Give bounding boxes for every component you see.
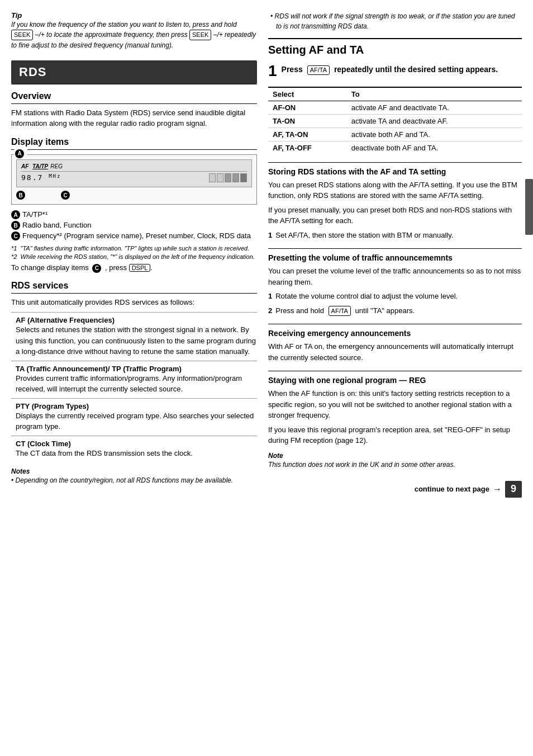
dspl-note: To change display items C , press DSPL. xyxy=(11,263,257,273)
storing-rds-body2: If you preset manually, you can preset b… xyxy=(268,205,522,226)
row0-select: AF-ON xyxy=(268,101,347,114)
footnote-1: *1 "TA" flashes during traffic informati… xyxy=(11,245,257,252)
pty-bold: PTY xyxy=(16,402,30,410)
table-row: AF, TA-OFF deactivate both AF and TA. xyxy=(268,141,522,154)
service-ta-body: Provides current traffic information/pro… xyxy=(16,373,257,395)
storing-step1-num: 1 xyxy=(268,230,272,241)
diagram-top-text: AF xyxy=(21,163,30,169)
tip-text-2: –/+ to locate the approximate frequency,… xyxy=(35,31,188,39)
ta-bold: TA xyxy=(16,365,25,373)
page-number: 9 xyxy=(511,483,516,495)
service-af-body: Selects and retunes the station with the… xyxy=(16,324,257,357)
row2-select: AF, TA-ON xyxy=(268,127,347,141)
table-row: AF, TA-ON activate both AF and TA. xyxy=(268,127,522,141)
setting-af-ta-section: Setting AF and TA 1 Press AF/TA repeated… xyxy=(268,38,522,154)
preset-step2: 2 Press and hold AF/TA until "TA" appear… xyxy=(268,305,522,316)
service-ta: TA (Traffic Announcement)/ TP (Traffic P… xyxy=(11,361,257,398)
rds-title: RDS xyxy=(19,65,46,79)
af-ta-table: Select To AF-ON activate AF and deactiva… xyxy=(268,87,522,154)
receiving-emergency-body: With AF or TA on, the emergency announce… xyxy=(268,341,522,363)
preset-step1-num: 1 xyxy=(268,291,272,302)
preset-step2-rest: until "TA" appears. xyxy=(355,306,415,315)
table-col-to: To xyxy=(347,87,522,101)
display-items-list: A TA/TP*¹ B Radio band, Function C Frequ… xyxy=(11,210,257,240)
staying-note-label: Note xyxy=(268,452,522,460)
row0-to: activate AF and deactivate TA. xyxy=(347,101,522,114)
display-items-section: Display items A AF TA/TP REG 98.7 MHz xyxy=(11,137,257,273)
service-ct-body: The CT data from the RDS transmission se… xyxy=(16,448,257,459)
staying-note-text: This function does not work in the UK an… xyxy=(268,460,522,470)
bullet-note-0: • RDS will not work if the signal streng… xyxy=(268,11,522,31)
arrow-right-icon: → xyxy=(493,484,502,494)
step1-area: 1 Press AF/TA repeatedly until the desir… xyxy=(268,62,522,81)
rds-services-section: RDS services This unit automatically pro… xyxy=(11,281,257,486)
preset-step2-num: 2 xyxy=(268,305,272,316)
notes-text-0: Depending on the country/region, not all… xyxy=(16,476,234,484)
tp-rest: (Traffic Program) xyxy=(123,365,182,373)
bullet-note-text-0: RDS will not work if the signal strength… xyxy=(275,12,515,30)
af-rest: (Alternative Frequencies) xyxy=(27,316,115,324)
dspl-button: DSPL xyxy=(129,264,151,272)
display-item-c: C Frequency*² (Program service name), Pr… xyxy=(11,231,257,240)
storing-step1-text: Set AF/TA, then store the station with B… xyxy=(275,230,453,241)
step1-rest: repeatedly until the desired setting app… xyxy=(334,65,498,74)
page-container: Tip If you know the frequency of the sta… xyxy=(11,11,522,498)
storing-rds-heading: Storing RDS stations with the AF and TA … xyxy=(268,162,522,176)
row2-to: activate both AF and TA. xyxy=(347,127,522,141)
service-af-title: AF (Alternative Frequencies) xyxy=(16,316,257,324)
display-item-c-text: Frequency*² (Program service name), Pres… xyxy=(22,231,251,240)
continue-text: continue to next page xyxy=(415,485,489,493)
service-af: AF (Alternative Frequencies) Selects and… xyxy=(11,312,257,361)
display-items-heading: Display items xyxy=(11,137,257,150)
dspl-note-text: To change display items xyxy=(11,263,89,272)
table-col-select: Select xyxy=(268,87,347,101)
service-pty-title: PTY (Program Types) xyxy=(16,402,257,410)
rds-services-heading: RDS services xyxy=(11,281,257,294)
display-item-b: B Radio band, Function xyxy=(11,221,257,230)
circle-a: A xyxy=(15,149,24,158)
afta-button-step1: AF/TA xyxy=(307,65,330,75)
notes-item-0: • Depending on the country/region, not a… xyxy=(11,475,257,485)
display-item-b-text: Radio band, Function xyxy=(22,221,92,229)
circle-b: B xyxy=(16,191,25,200)
overview-body: FM stations with Radio Data System (RDS)… xyxy=(11,107,257,129)
bullet-notes-area: • RDS will not work if the signal streng… xyxy=(268,11,522,31)
seek-button-2: SEEK xyxy=(189,30,211,40)
circle-label-b-item: B xyxy=(11,221,20,230)
service-ta-title: TA (Traffic Announcement)/ TP (Traffic P… xyxy=(16,365,257,373)
display-item-a: A TA/TP*¹ xyxy=(11,210,257,219)
receiving-emergency-section: Receiving emergency announcements With A… xyxy=(268,324,522,363)
tip-label: Tip xyxy=(11,11,257,20)
overview-heading: Overview xyxy=(11,91,257,104)
fn1-num: *1 xyxy=(11,245,18,252)
setting-af-ta-heading: Setting AF and TA xyxy=(268,38,522,56)
sidebar-decoration xyxy=(525,179,533,235)
tip-text: If you know the frequency of the station… xyxy=(11,20,257,50)
service-ct: CT (Clock Time) The CT data from the RDS… xyxy=(11,436,257,462)
tip-text-1: If you know the frequency of the station… xyxy=(11,21,237,29)
tp-bold: TP xyxy=(112,365,121,373)
staying-regional-body1: When the AF function is on: this unit's … xyxy=(268,388,522,421)
presetting-volume-heading: Presetting the volume of traffic announc… xyxy=(268,248,522,262)
staying-regional-body2: If you leave this regional program's rec… xyxy=(268,424,522,446)
page-number-area: continue to next page → 9 xyxy=(268,481,522,498)
circle-c-inline: C xyxy=(92,264,101,273)
dspl-note-press: , press xyxy=(105,263,129,272)
fn1-text: "TA" flashes during traffic information.… xyxy=(21,245,250,252)
rds-title-box: RDS xyxy=(11,60,257,84)
footnote-2: *2 While receiving the RDS station, "*" … xyxy=(11,253,257,260)
diagram-freq: 98.7 MHz xyxy=(21,173,61,182)
step1-text: Press AF/TA repeatedly until the desired… xyxy=(282,62,498,75)
ct-bold: CT xyxy=(16,440,25,448)
circle-label-a-item: A xyxy=(11,210,20,219)
ct-rest: (Clock Time) xyxy=(27,440,71,448)
diagram-inner: AF TA/TP REG 98.7 MHz xyxy=(16,159,252,187)
step1-number: 1 xyxy=(268,62,277,80)
preset-step1: 1 Rotate the volume control dial to adju… xyxy=(268,291,522,302)
service-ct-title: CT (Clock Time) xyxy=(16,440,257,448)
staying-regional-section: Staying with one regional program — REG … xyxy=(268,371,522,470)
afta-button-step2: AF/TA xyxy=(329,306,351,316)
storing-rds-body1: You can preset RDS stations along with t… xyxy=(268,179,522,201)
display-item-a-text: TA/TP*¹ xyxy=(22,210,47,219)
table-row: TA-ON activate TA and deactivate AF. xyxy=(268,114,522,127)
